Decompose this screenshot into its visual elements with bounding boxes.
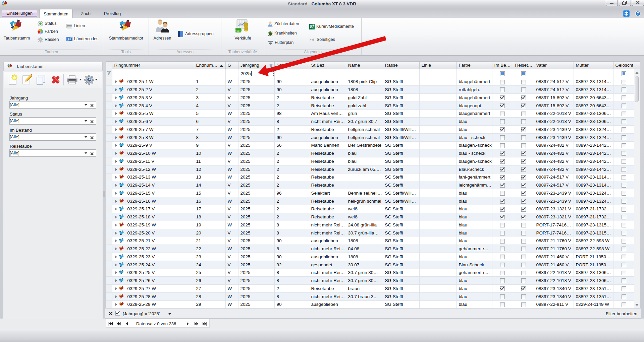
svg-text:S: S bbox=[310, 24, 313, 29]
svg-text:?: ? bbox=[637, 12, 639, 15]
